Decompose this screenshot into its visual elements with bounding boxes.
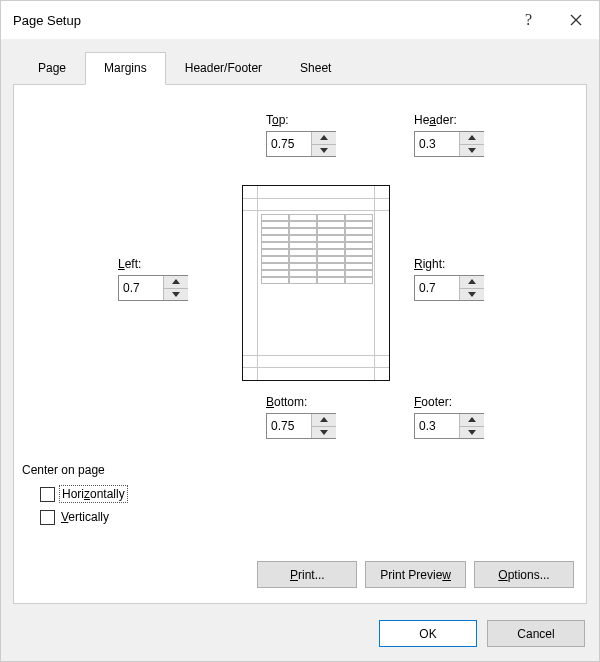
page-preview-icon <box>242 185 390 381</box>
horizontally-checkbox-row[interactable]: Horizontally <box>40 485 128 503</box>
action-row: Print... Print Preview Options... <box>257 561 574 588</box>
spin-down-icon[interactable] <box>312 145 336 157</box>
spin-down-icon[interactable] <box>164 289 188 301</box>
ok-button[interactable]: OK <box>379 620 477 647</box>
bottom-spinner[interactable] <box>266 413 336 439</box>
titlebar: Page Setup ? <box>1 1 599 39</box>
spin-down-icon[interactable] <box>460 145 484 157</box>
close-button[interactable] <box>553 1 599 39</box>
left-spinner[interactable] <box>118 275 188 301</box>
window-title: Page Setup <box>13 13 507 28</box>
horizontally-checkbox[interactable] <box>40 487 55 502</box>
center-on-page-label: Center on page <box>22 463 105 477</box>
tab-margins[interactable]: Margins <box>85 52 166 85</box>
svg-marker-5 <box>468 135 476 140</box>
spin-up-icon[interactable] <box>312 414 336 427</box>
help-button[interactable]: ? <box>507 1 553 39</box>
top-input[interactable] <box>267 132 311 156</box>
margin-field-header: Header: <box>414 113 484 157</box>
footer-label: Footer: <box>414 395 484 409</box>
header-label: Header: <box>414 113 484 127</box>
footer-spinner[interactable] <box>414 413 484 439</box>
spin-down-icon[interactable] <box>460 427 484 439</box>
bottom-input[interactable] <box>267 414 311 438</box>
cancel-button[interactable]: Cancel <box>487 620 585 647</box>
header-spinner[interactable] <box>414 131 484 157</box>
print-preview-button[interactable]: Print Preview <box>365 561 466 588</box>
svg-marker-6 <box>468 148 476 153</box>
margin-field-top: Top: <box>266 113 336 157</box>
dialog-buttons: OK Cancel <box>379 620 585 647</box>
header-input[interactable] <box>415 132 459 156</box>
tab-header-footer[interactable]: Header/Footer <box>166 52 281 85</box>
spin-down-icon[interactable] <box>312 427 336 439</box>
left-input[interactable] <box>119 276 163 300</box>
margin-field-bottom: Bottom: <box>266 395 336 439</box>
bottom-label: Bottom: <box>266 395 336 409</box>
svg-marker-9 <box>468 279 476 284</box>
spin-up-icon[interactable] <box>460 132 484 145</box>
margin-field-left: Left: <box>118 257 188 301</box>
spin-down-icon[interactable] <box>460 289 484 301</box>
svg-marker-4 <box>320 148 328 153</box>
print-button[interactable]: Print... <box>257 561 357 588</box>
svg-marker-7 <box>172 279 180 284</box>
svg-marker-3 <box>320 135 328 140</box>
spin-up-icon[interactable] <box>164 276 188 289</box>
vertically-label: Vertically <box>59 509 111 525</box>
tab-page[interactable]: Page <box>19 52 85 85</box>
top-spinner[interactable] <box>266 131 336 157</box>
svg-marker-11 <box>320 417 328 422</box>
vertically-checkbox-row[interactable]: Vertically <box>40 509 111 525</box>
margin-field-right: Right: <box>414 257 484 301</box>
horizontally-label: Horizontally <box>59 485 128 503</box>
page-setup-dialog: Page Setup ? Page Margins Header/Footer … <box>0 0 600 662</box>
left-label: Left: <box>118 257 188 271</box>
margins-panel: Top: Header: <box>13 84 587 604</box>
right-spinner[interactable] <box>414 275 484 301</box>
spin-up-icon[interactable] <box>312 132 336 145</box>
margin-field-footer: Footer: <box>414 395 484 439</box>
svg-marker-14 <box>468 430 476 435</box>
right-input[interactable] <box>415 276 459 300</box>
svg-text:?: ? <box>525 12 532 28</box>
tab-sheet[interactable]: Sheet <box>281 52 350 85</box>
vertically-checkbox[interactable] <box>40 510 55 525</box>
svg-marker-12 <box>320 430 328 435</box>
top-label: Top: <box>266 113 336 127</box>
options-button[interactable]: Options... <box>474 561 574 588</box>
right-label: Right: <box>414 257 484 271</box>
spin-up-icon[interactable] <box>460 276 484 289</box>
footer-input[interactable] <box>415 414 459 438</box>
svg-marker-8 <box>172 292 180 297</box>
svg-marker-13 <box>468 417 476 422</box>
spin-up-icon[interactable] <box>460 414 484 427</box>
tab-bar: Page Margins Header/Footer Sheet <box>19 51 587 84</box>
svg-marker-10 <box>468 292 476 297</box>
